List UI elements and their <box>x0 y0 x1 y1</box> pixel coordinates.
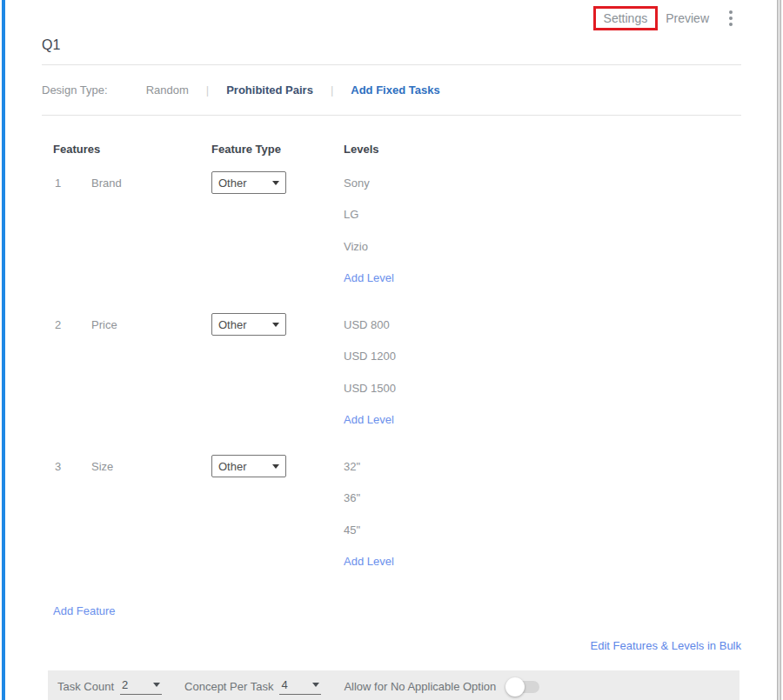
question-editor-panel: Settings Preview Q1 Design Type: Random … <box>0 0 783 700</box>
task-count-value: 2 <box>122 678 128 691</box>
toolbar: Settings Preview <box>42 0 741 31</box>
dropdown-caret-icon <box>272 181 279 185</box>
add-level-link[interactable]: Add Level <box>344 263 741 295</box>
bulk-edit-row: Edit Features & Levels in Bulk <box>42 639 741 652</box>
edit-features-levels-bulk-link[interactable]: Edit Features & Levels in Bulk <box>591 639 741 652</box>
dot <box>729 17 733 20</box>
more-options-icon[interactable] <box>727 9 734 28</box>
level-field[interactable]: LG <box>344 199 741 231</box>
levels-list: USD 800 USD 1200 USD 1500 Add Level <box>344 309 741 436</box>
dot <box>729 23 733 26</box>
level-field[interactable]: Sony <box>344 167 741 199</box>
levels-list: Sony LG Vizio Add Level <box>344 167 741 294</box>
levels-column-header: Levels <box>344 143 741 156</box>
feature-type-dropdown[interactable]: Other <box>211 171 286 194</box>
feature-type-value: Other <box>218 460 247 473</box>
feature-name-field[interactable]: Price <box>91 309 211 340</box>
question-title: Q1 <box>42 37 741 53</box>
add-feature-link[interactable]: Add Feature <box>53 604 116 617</box>
preview-button[interactable]: Preview <box>666 11 709 25</box>
levels-list: 32" 36" 45" Add Level <box>344 450 741 577</box>
dropdown-caret-icon <box>153 683 160 687</box>
level-field[interactable]: 32" <box>344 450 741 483</box>
dropdown-caret-icon <box>272 464 279 469</box>
level-field[interactable]: USD 1500 <box>344 372 741 404</box>
feature-index: 2 <box>42 309 91 340</box>
feature-type-dropdown[interactable]: Other <box>211 455 286 477</box>
concept-per-task-label: Concept Per Task <box>184 680 273 693</box>
vertical-scrollbar[interactable] <box>777 0 781 700</box>
prohibited-pairs-link[interactable]: Prohibited Pairs <box>226 83 313 97</box>
design-type-label: Design Type: <box>42 83 108 97</box>
level-field[interactable]: USD 800 <box>344 309 741 341</box>
toggle-knob <box>505 677 525 697</box>
task-count-label: Task Count <box>57 680 114 693</box>
feature-index: 1 <box>42 167 91 198</box>
level-field[interactable]: 45" <box>344 514 741 546</box>
level-field[interactable]: Vizio <box>344 230 741 263</box>
no-applicable-option-label: Allow for No Applicable Option <box>344 680 496 693</box>
add-level-link[interactable]: Add Level <box>344 404 741 437</box>
task-count-select[interactable]: 2 <box>120 678 162 695</box>
settings-button[interactable]: Settings <box>604 11 648 25</box>
level-field[interactable]: USD 1200 <box>344 341 741 373</box>
feature-type-dropdown[interactable]: Other <box>211 313 286 336</box>
dot <box>729 10 733 14</box>
features-column-header: Features <box>42 143 211 156</box>
dropdown-caret-icon <box>272 323 279 327</box>
feature-type-column-header: Feature Type <box>211 143 344 156</box>
table-header-row: Features Feature Type Levels <box>42 143 741 156</box>
concept-per-task-value: 4 <box>281 678 287 691</box>
feature-type-value: Other <box>218 318 247 331</box>
separator: | <box>206 83 209 97</box>
annotation-highlight-box: Settings <box>593 6 659 30</box>
feature-index: 3 <box>42 450 91 482</box>
focus-highlight-stripe <box>2 0 5 700</box>
feature-row: 3 Size Other 32" 36" 45" Add Level <box>42 450 741 577</box>
concept-per-task-select[interactable]: 4 <box>279 678 321 695</box>
features-table: Features Feature Type Levels 1 Brand Oth… <box>42 143 741 617</box>
design-type-value[interactable]: Random <box>146 83 189 97</box>
divider <box>42 115 741 116</box>
feature-row: 1 Brand Other Sony LG Vizio Add Level <box>42 167 741 294</box>
add-level-link[interactable]: Add Level <box>344 546 741 578</box>
add-fixed-tasks-link[interactable]: Add Fixed Tasks <box>351 83 439 97</box>
no-applicable-option-toggle[interactable] <box>507 681 539 693</box>
design-settings-bar: Task Count 2 Concept Per Task 4 Allow fo… <box>48 670 740 700</box>
separator: | <box>331 83 333 97</box>
feature-name-field[interactable]: Brand <box>91 167 211 198</box>
feature-type-value: Other <box>218 177 247 190</box>
feature-row: 2 Price Other USD 800 USD 1200 USD 1500 … <box>42 309 741 436</box>
feature-name-field[interactable]: Size <box>91 450 211 482</box>
level-field[interactable]: 36" <box>344 483 741 515</box>
design-type-bar: Design Type: Random | Prohibited Pairs |… <box>42 65 741 115</box>
dropdown-caret-icon <box>312 683 319 687</box>
